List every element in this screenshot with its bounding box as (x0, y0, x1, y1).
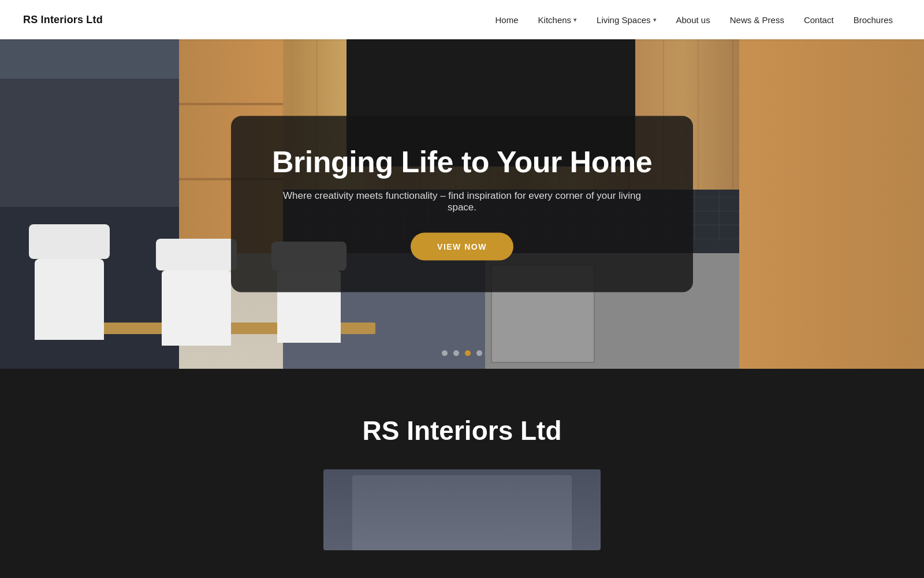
nav-item-contact[interactable]: Contact (796, 10, 842, 29)
nav-item-kitchens[interactable]: Kitchens ▾ (530, 10, 586, 29)
below-section: RS Interiors Ltd (0, 369, 924, 578)
nav-item-home[interactable]: Home (487, 10, 527, 29)
section-preview-inner (352, 475, 572, 550)
main-nav: Home Kitchens ▾ Living Spaces ▾ About us… (487, 10, 901, 29)
chair-2 (156, 236, 237, 346)
nav-item-news[interactable]: News & Press (722, 10, 792, 29)
nav-label-living-spaces: Living Spaces (597, 15, 650, 25)
hero-overlay: Bringing Life to Your Home Where creativ… (231, 116, 693, 292)
chevron-down-icon: ▾ (573, 16, 577, 24)
site-logo[interactable]: RS Interiors Ltd (23, 14, 103, 26)
nav-item-brochures[interactable]: Brochures (845, 10, 901, 29)
chair-1 (23, 224, 116, 340)
carousel-dot-2[interactable] (453, 350, 459, 356)
carousel-dot-3[interactable] (465, 350, 471, 356)
hero-title: Bringing Life to Your Home (271, 145, 653, 180)
nav-label-kitchens: Kitchens (538, 15, 572, 25)
section-title: RS Interiors Ltd (362, 415, 561, 446)
shelf-right (739, 39, 924, 369)
nav-label-home: Home (495, 15, 519, 25)
header: RS Interiors Ltd Home Kitchens ▾ Living … (0, 0, 924, 39)
nav-label-about: About us (676, 15, 710, 25)
section-preview (323, 469, 601, 550)
nav-label-brochures: Brochures (854, 15, 893, 25)
nav-item-about[interactable]: About us (668, 10, 718, 29)
hero-section: Bringing Life to Your Home Where creativ… (0, 39, 924, 369)
nav-label-news: News & Press (730, 15, 784, 25)
view-now-button[interactable]: VIEW NOW (411, 232, 513, 260)
chevron-down-icon: ▾ (653, 16, 657, 24)
carousel-dots (442, 350, 482, 356)
hero-subtitle: Where creativity meets functionality – f… (271, 190, 653, 213)
nav-item-living-spaces[interactable]: Living Spaces ▾ (588, 10, 664, 29)
carousel-dot-1[interactable] (442, 350, 448, 356)
carousel-dot-4[interactable] (476, 350, 482, 356)
nav-label-contact: Contact (804, 15, 834, 25)
shelf-left-shelf-1 (179, 103, 283, 105)
